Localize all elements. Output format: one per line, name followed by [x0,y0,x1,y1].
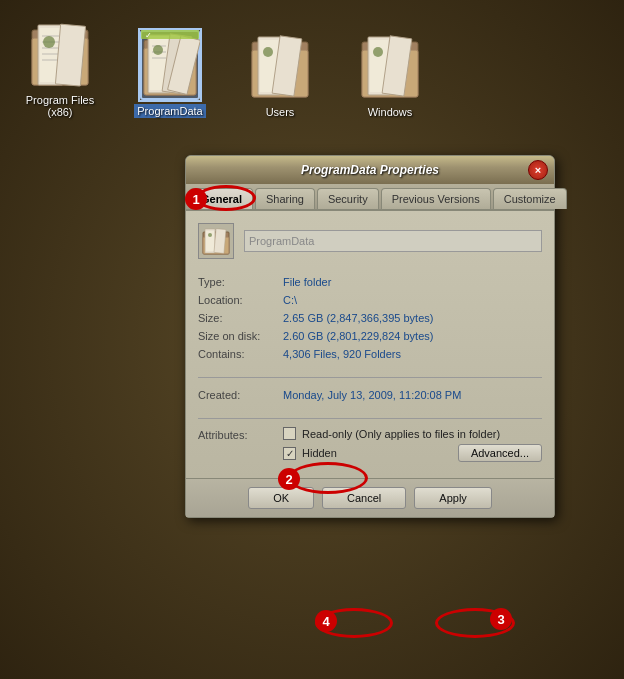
dialog-titlebar: ProgramData Properties × [186,156,554,184]
annotation-number-3: 3 [490,608,512,630]
type-value: File folder [283,273,542,291]
created-label: Created: [198,386,283,404]
divider [198,377,542,378]
contains-label: Contains: [198,345,283,363]
dialog-body: Type: File folder Location: C:\ Size: 2.… [186,211,554,478]
annotation-circle-3 [435,608,515,638]
tab-security[interactable]: Security [317,188,379,209]
location-value: C:\ [283,291,542,309]
dialog-footer: OK Cancel Apply [186,478,554,517]
svg-text:✓: ✓ [145,31,152,40]
svg-point-35 [373,47,383,57]
folder-users-icon [250,32,310,102]
created-value: Monday, July 13, 2009, 11:20:08 PM [283,386,542,404]
contains-value: 4,306 Files, 920 Folders [283,345,542,363]
hidden-checkbox[interactable] [283,447,296,460]
folder-windows-label: Windows [368,106,413,118]
hidden-attr-row: Hidden Advanced... [283,444,542,462]
annotation-circle-4 [315,608,393,638]
svg-rect-42 [214,229,226,254]
desktop-area: Program Files (x86) ✓ ProgramData [0,10,450,128]
attributes-label: Attributes: [198,427,283,441]
folder-windows-icon [360,32,420,102]
folder-programdata-label: ProgramData [134,104,205,118]
tab-sharing[interactable]: Sharing [255,188,315,209]
size-disk-value: 2.60 GB (2,801,229,824 bytes) [283,327,542,345]
created-row: Created: Monday, July 13, 2009, 11:20:08… [198,386,542,404]
location-row: Location: C:\ [198,291,542,309]
svg-rect-11 [55,24,85,86]
folder-users-label: Users [266,106,295,118]
size-disk-label: Size on disk: [198,327,283,345]
properties-dialog: ProgramData Properties × General Sharing… [185,155,555,518]
cancel-button[interactable]: Cancel [322,487,406,509]
dialog-title: ProgramData Properties [301,163,439,177]
type-label: Type: [198,273,283,291]
annotation-number-4: 4 [315,610,337,632]
tab-customize[interactable]: Customize [493,188,567,209]
location-label: Location: [198,291,283,309]
folder-users[interactable]: Users [240,32,320,118]
tab-general[interactable]: General [190,188,253,209]
divider2 [198,418,542,419]
file-icon [198,223,234,259]
close-button[interactable]: × [528,160,548,180]
advanced-button[interactable]: Advanced... [458,444,542,462]
folder-name-input[interactable] [244,230,542,252]
ok-button[interactable]: OK [248,487,314,509]
folder-icon [30,20,90,90]
svg-point-29 [263,47,273,57]
folder-windows[interactable]: Windows [350,32,430,118]
apply-button[interactable]: Apply [414,487,492,509]
created-table: Created: Monday, July 13, 2009, 11:20:08… [198,386,542,404]
contains-row: Contains: 4,306 Files, 920 Folders [198,345,542,363]
size-label: Size: [198,309,283,327]
readonly-attr-row: Read-only (Only applies to files in fold… [283,427,542,440]
folder-label: Program Files (x86) [20,94,100,118]
svg-point-20 [153,45,163,55]
folder-program-files-x86[interactable]: Program Files (x86) [20,20,100,118]
size-row: Size: 2.65 GB (2,847,366,395 bytes) [198,309,542,327]
type-row: Type: File folder [198,273,542,291]
readonly-checkbox[interactable] [283,427,296,440]
svg-point-41 [208,233,212,237]
tab-previous-versions[interactable]: Previous Versions [381,188,491,209]
readonly-label: Read-only (Only applies to files in fold… [302,428,500,440]
size-disk-row: Size on disk: 2.60 GB (2,801,229,824 byt… [198,327,542,345]
svg-point-10 [43,36,55,48]
tabs-bar: General Sharing Security Previous Versio… [186,184,554,211]
properties-table: Type: File folder Location: C:\ Size: 2.… [198,273,542,363]
hidden-label: Hidden [302,447,337,459]
folder-program-data[interactable]: ✓ ProgramData [130,30,210,118]
name-row [198,223,542,259]
size-value: 2.65 GB (2,847,366,395 bytes) [283,309,542,327]
attributes-section: Attributes: Read-only (Only applies to f… [198,427,542,466]
folder-icon-selected: ✓ [140,30,200,100]
